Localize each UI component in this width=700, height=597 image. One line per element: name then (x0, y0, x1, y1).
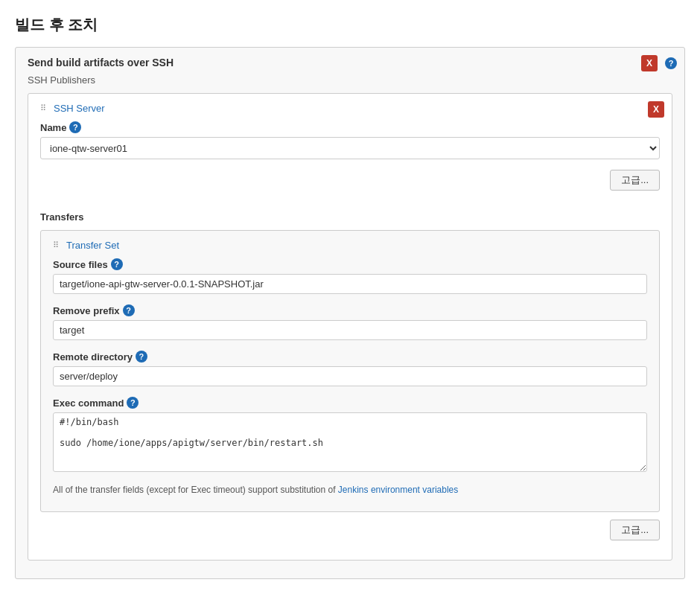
transfers-header: Transfers (40, 211, 660, 223)
source-files-input[interactable] (53, 274, 647, 294)
ssh-server-panel: X ⠿ SSH Server Name ? ione-qtw-server01 … (28, 93, 672, 561)
remove-prefix-label: Remove prefix ? (53, 304, 647, 316)
ssh-server-header: ⠿ SSH Server (40, 103, 660, 114)
transfers-advanced-button[interactable]: 고급... (610, 520, 660, 540)
remove-prefix-input[interactable] (53, 320, 647, 340)
source-files-group: Source files ? (53, 258, 647, 294)
name-label: Name ? (40, 121, 660, 133)
exec-command-label: Exec command ? (53, 397, 647, 409)
ssh-publishers-label: SSH Publishers (28, 74, 672, 86)
remote-directory-label: Remote directory ? (53, 351, 647, 363)
page-title: 빌드 후 조치 (15, 15, 685, 35)
source-files-label: Source files ? (53, 258, 647, 270)
exec-command-group: Exec command ? (53, 397, 647, 474)
source-files-help-icon[interactable]: ? (111, 258, 123, 270)
ssh-server-close-button[interactable]: X (648, 101, 664, 118)
remote-directory-group: Remote directory ? (53, 351, 647, 386)
outer-panel: X ? Send build artifacts over SSH SSH Pu… (15, 47, 685, 579)
transfer-set-panel: ⠿ Transfer Set Source files ? Remove pre… (40, 230, 660, 512)
name-help-icon[interactable]: ? (69, 121, 81, 133)
bottom-actions: 고급... (40, 520, 660, 551)
server-select[interactable]: ione-qtw-server01 (40, 137, 660, 159)
name-field-group: Name ? ione-qtw-server01 (40, 121, 660, 159)
drag-handle-transfer: ⠿ (53, 240, 62, 250)
info-text: All of the transfer fields (except for E… (53, 485, 647, 495)
drag-handle-ssh: ⠿ (40, 103, 49, 113)
outer-help-icon[interactable]: ? (665, 57, 677, 69)
exec-command-help-icon[interactable]: ? (127, 397, 139, 409)
remote-directory-help-icon[interactable]: ? (136, 351, 147, 363)
top-actions: X ? (641, 55, 677, 71)
exec-command-textarea[interactable] (53, 412, 647, 472)
ssh-advanced-button[interactable]: 고급... (610, 170, 660, 191)
remove-prefix-help-icon[interactable]: ? (123, 304, 135, 316)
outer-panel-header: Send build artifacts over SSH (28, 57, 672, 68)
remote-directory-input[interactable] (53, 366, 647, 386)
ssh-server-label: SSH Server (54, 103, 105, 114)
jenkins-env-vars-link[interactable]: Jenkins environment variables (338, 485, 458, 495)
outer-close-button[interactable]: X (641, 55, 658, 71)
transfer-set-label: ⠿ Transfer Set (53, 240, 647, 251)
remove-prefix-group: Remove prefix ? (53, 304, 647, 340)
